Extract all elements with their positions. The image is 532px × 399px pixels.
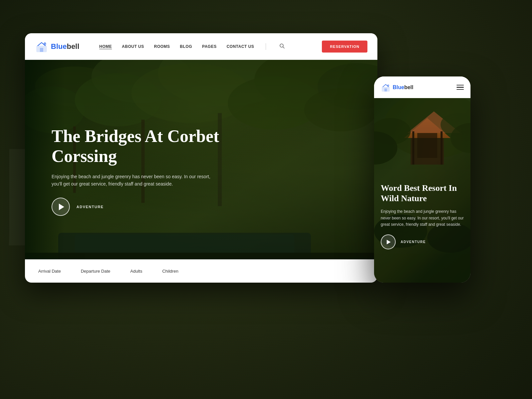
mobile-logo[interactable]: Bluebell <box>381 82 413 92</box>
desktop-mockup: Bluebell HOME ABOUT US ROOMS BLOG PAGES … <box>25 33 377 283</box>
hamburger-line-3 <box>457 89 464 90</box>
hero-play-area: ADVENTURE <box>52 198 251 216</box>
mobile-mockup: Bluebell <box>374 76 470 283</box>
svg-rect-24 <box>384 88 387 91</box>
mobile-navbar: Bluebell <box>374 76 470 98</box>
departure-date-field[interactable]: Departure Date <box>81 269 110 274</box>
svg-rect-33 <box>441 131 443 165</box>
hamburger-menu[interactable] <box>457 85 464 90</box>
nav-about[interactable]: ABOUT US <box>122 44 144 49</box>
mobile-hero: Word Best Resort In Wild Nature Enjoying… <box>374 98 470 283</box>
svg-line-4 <box>283 47 284 48</box>
logo-icon <box>35 40 48 53</box>
svg-point-25 <box>387 84 389 86</box>
mobile-play-area: ADVENTURE <box>381 234 464 249</box>
play-button[interactable] <box>52 198 70 216</box>
desktop-navbar: Bluebell HOME ABOUT US ROOMS BLOG PAGES … <box>25 33 377 60</box>
mobile-logo-text: Bluebell <box>393 84 413 90</box>
mobile-hero-title: Word Best Resort In Wild Nature <box>381 183 464 203</box>
nav-right: RESERVATION <box>322 41 367 53</box>
arrival-date-field[interactable]: Arrival Date <box>38 269 61 274</box>
svg-point-16 <box>304 88 377 131</box>
nav-pages[interactable]: PAGES <box>202 44 217 49</box>
desktop-hero: The Bridges At Corbet Corssing Enjoying … <box>25 60 377 283</box>
nav-rooms[interactable]: ROOMS <box>154 44 170 49</box>
children-field[interactable]: Children <box>162 269 178 274</box>
mobile-play-button[interactable] <box>381 234 396 249</box>
desktop-logo[interactable]: Bluebell <box>35 40 79 53</box>
hamburger-line-1 <box>457 85 464 86</box>
adventure-label: ADVENTURE <box>76 205 104 209</box>
mobile-adventure-label: ADVENTURE <box>401 240 426 244</box>
nav-divider <box>266 43 266 50</box>
search-icon[interactable] <box>279 43 285 50</box>
booking-bar: Arrival Date Departure Date Adults Child… <box>25 259 377 283</box>
nav-links: HOME ABOUT US ROOMS BLOG PAGES CONTACT U… <box>99 43 322 50</box>
nav-blog[interactable]: BLOG <box>180 44 192 49</box>
svg-rect-1 <box>40 48 43 52</box>
svg-rect-31 <box>417 133 437 158</box>
mobile-hero-subtitle: Enjoying the beach and jungle greenry ha… <box>381 208 464 228</box>
mobile-hero-content: Word Best Resort In Wild Nature Enjoying… <box>381 183 464 249</box>
logo-text: Bluebell <box>51 42 79 51</box>
svg-rect-32 <box>412 131 414 165</box>
hero-title: The Bridges At Corbet Corssing <box>52 126 251 166</box>
hero-content: The Bridges At Corbet Corssing Enjoying … <box>52 126 251 216</box>
mobile-logo-icon <box>381 82 391 92</box>
hero-subtitle: Enjoying the beach and jungle greenry ha… <box>52 173 211 188</box>
nav-contact[interactable]: CONTACT US <box>226 44 254 49</box>
reservation-button[interactable]: RESERVATION <box>322 41 367 53</box>
nav-home[interactable]: HOME <box>99 44 112 49</box>
hamburger-line-2 <box>457 87 464 88</box>
adults-field[interactable]: Adults <box>130 269 142 274</box>
